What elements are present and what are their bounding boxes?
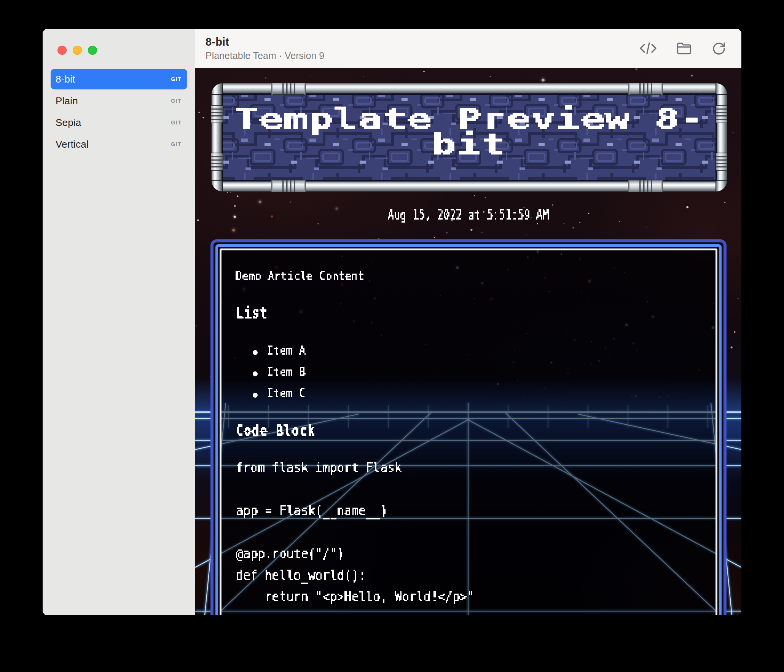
- git-badge: GIT: [171, 98, 182, 104]
- banner: [211, 83, 727, 192]
- code-icon[interactable]: [639, 42, 657, 55]
- code-line: [235, 566, 367, 588]
- list-item: [266, 343, 307, 362]
- code-line-pixel-text: [235, 587, 476, 609]
- article-box: [210, 239, 727, 615]
- close-button[interactable]: [57, 46, 67, 55]
- sidebar-item-label: Vertical: [56, 139, 171, 150]
- code-heading: [234, 420, 317, 444]
- sidebar-item-sepia[interactable]: SepiaGIT: [51, 112, 187, 133]
- sidebar-item-plain[interactable]: PlainGIT: [51, 91, 187, 111]
- reload-icon[interactable]: [712, 41, 726, 56]
- template-list: 8-bitGITPlainGITSepiaGITVerticalGIT: [51, 69, 187, 156]
- sidebar-item-label: Sepia: [56, 117, 171, 129]
- code-line-pixel-text: [235, 501, 389, 523]
- git-badge: GIT: [171, 141, 182, 147]
- git-badge: GIT: [171, 76, 182, 82]
- minimize-button[interactable]: [73, 46, 82, 55]
- post-date: [387, 206, 550, 229]
- list-item-pixel-text: [266, 364, 307, 384]
- code-heading-pixel-text: [234, 420, 317, 444]
- article-heading-pixel-text: [234, 268, 366, 288]
- zoom-button[interactable]: [88, 46, 97, 55]
- traffic-lights: [57, 46, 97, 55]
- page-subtitle: Planetable Team · Version 9: [206, 50, 324, 61]
- sidebar-item-label: Plain: [56, 95, 171, 107]
- page-title: 8-bit: [206, 36, 229, 48]
- code-line: [235, 501, 389, 523]
- banner-title-line: [429, 126, 509, 169]
- template-preview-webview: [195, 68, 741, 615]
- code-line-pixel-text: [235, 566, 367, 588]
- code-line-pixel-text: [235, 458, 404, 480]
- sidebar-item-vertical[interactable]: VerticalGIT: [51, 134, 187, 154]
- toolbar: 8-bit Planetable Team · Version 9: [195, 29, 741, 68]
- code-line: [235, 544, 346, 566]
- list-item: [266, 385, 307, 405]
- app-window: 8-bitGITPlainGITSepiaGITVerticalGIT 8-bi…: [43, 29, 741, 615]
- sidebar: 8-bitGITPlainGITSepiaGITVerticalGIT: [43, 29, 195, 615]
- list-item-pixel-text: [266, 343, 307, 362]
- toolbar-icons: [639, 29, 726, 68]
- list-item-pixel-text: [266, 385, 307, 405]
- git-badge: GIT: [171, 119, 182, 126]
- code-line: [235, 587, 476, 609]
- sidebar-item-8-bit[interactable]: 8-bitGIT: [51, 69, 187, 89]
- banner-title: [223, 95, 715, 180]
- article-heading: [234, 268, 366, 288]
- sidebar-item-label: 8-bit: [56, 73, 171, 85]
- code-line: [235, 458, 404, 480]
- list-item: [266, 364, 307, 384]
- list-bullet: [253, 350, 258, 355]
- folder-icon[interactable]: [677, 42, 692, 54]
- list-bullet: [253, 371, 258, 376]
- date-line: [195, 206, 741, 229]
- list-heading: [234, 303, 269, 326]
- list-heading-pixel-text: [234, 303, 269, 326]
- main-pane: 8-bit Planetable Team · Version 9: [195, 29, 741, 615]
- list-bullet: [253, 393, 258, 398]
- code-line-pixel-text: [235, 544, 346, 566]
